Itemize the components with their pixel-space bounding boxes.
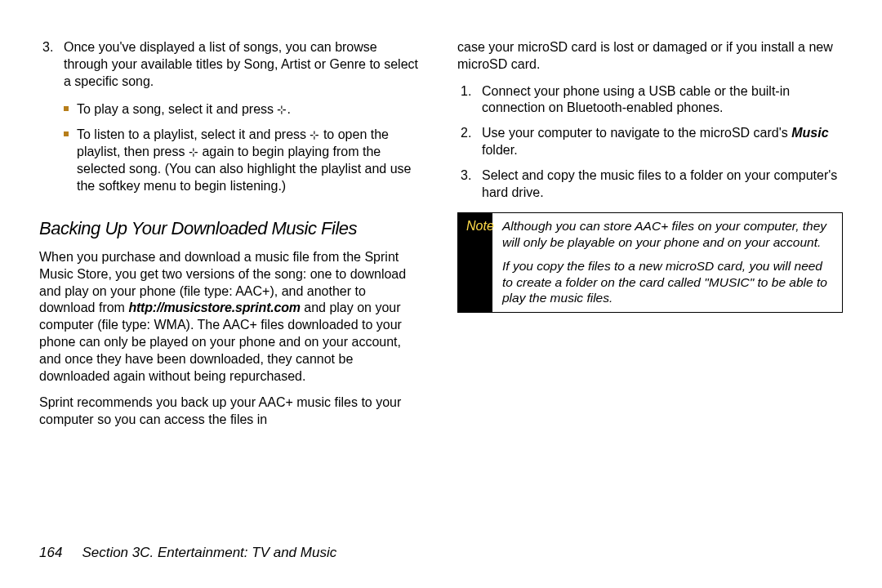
r2-text-a: Use your computer to navigate to the mic… (482, 126, 791, 140)
list-number: 3. (457, 167, 482, 202)
note-box: Note Although you can store AAC+ files o… (457, 212, 843, 313)
ordered-item-r3: 3. Select and copy the music files to a … (457, 167, 843, 202)
bullet-2: To listen to a playlist, select it and p… (64, 127, 425, 194)
list-number: 3. (39, 39, 64, 203)
columns: 3. Once you've displayed a list of songs… (39, 39, 843, 439)
right-column: case your microSD card is lost or damage… (457, 39, 843, 439)
footer-section-label: Section 3C. Entertainment: TV and Music (82, 545, 336, 560)
note-paragraph-1: Although you can store AAC+ files on you… (502, 218, 834, 250)
bullet-1: To play a song, select it and press ⊹. (64, 101, 425, 118)
center-key-icon: ⊹ (277, 103, 287, 116)
ordered-item-r1: 1. Connect your phone using a USB cable … (457, 83, 843, 118)
bullet1-b: . (287, 102, 290, 116)
square-bullet-icon (64, 131, 69, 136)
list-number: 2. (457, 125, 482, 159)
r3-text: Select and copy the music files to a fol… (482, 167, 843, 202)
r2-body: Use your computer to navigate to the mic… (482, 125, 843, 159)
square-bullet-icon (64, 106, 69, 111)
section-heading-backing-up: Backing Up Your Downloaded Music Files (39, 217, 425, 241)
music-store-url: http://musicstore.sprint.com (128, 301, 300, 314)
page-number: 164 (39, 545, 62, 560)
center-key-icon: ⊹ (189, 145, 198, 158)
note-content: Although you can store AAC+ files on you… (492, 213, 842, 312)
ordered-item-3: 3. Once you've displayed a list of songs… (39, 39, 425, 203)
music-folder-label: Music (791, 126, 828, 140)
list-number: 1. (457, 83, 482, 118)
ordered-item-r2: 2. Use your computer to navigate to the … (457, 125, 843, 159)
document-page: 3. Once you've displayed a list of songs… (0, 0, 882, 588)
bullet-1-body: To play a song, select it and press ⊹. (77, 101, 425, 118)
item3-text: Once you've displayed a list of songs, y… (64, 40, 418, 88)
center-key-icon: ⊹ (310, 128, 319, 141)
page-footer: 164Section 3C. Entertainment: TV and Mus… (39, 544, 336, 562)
paragraph-2: Sprint recommends you back up your AAC+ … (39, 394, 425, 429)
continuation-paragraph: case your microSD card is lost or damage… (457, 39, 843, 74)
left-column: 3. Once you've displayed a list of songs… (39, 39, 425, 439)
bullet-2-body: To listen to a playlist, select it and p… (77, 127, 425, 194)
r2-text-b: folder. (482, 143, 518, 157)
paragraph-1: When you purchase and download a music f… (39, 249, 425, 385)
note-label: Note (458, 213, 492, 312)
note-paragraph-2: If you copy the files to a new microSD c… (502, 258, 834, 305)
r1-text: Connect your phone using a USB cable or … (482, 83, 843, 118)
bullet2-a: To listen to a playlist, select it and p… (77, 127, 310, 141)
nested-bullets: To play a song, select it and press ⊹. T… (64, 101, 425, 194)
list-body: Once you've displayed a list of songs, y… (64, 39, 425, 203)
bullet1-a: To play a song, select it and press (77, 102, 277, 116)
